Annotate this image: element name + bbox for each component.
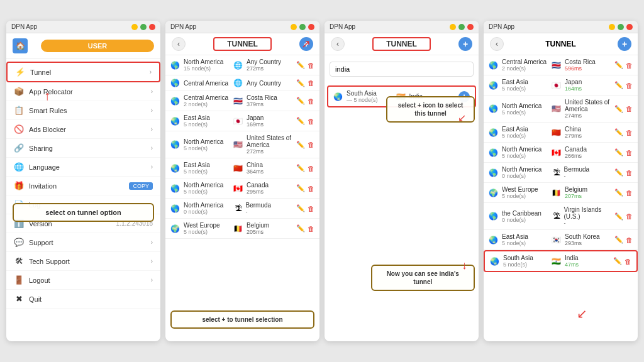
s4-row-ea-jp[interactable]: 🌏 East Asia5 node(s) 🇯🇵 Japan164ms ✏️🗑 [484,75,638,96]
menu-item-ads-blocker[interactable]: 🚫 Ads Blocker › [6,120,160,139]
tunnel-row-ca-any[interactable]: 🌎 Central America 🌐 Any Country ✏️🗑 [165,75,319,91]
back-button-3[interactable]: ‹ [331,37,345,51]
s4-edit-cn[interactable]: ✏️ [614,128,623,136]
speed-us: 272ms [247,148,294,155]
tunnel-row-na-bm[interactable]: 🌎 North America0 node(s) 🏝 Bermuda- ✏️🗑 [165,199,319,219]
home-icon[interactable]: 🏠 [13,38,28,53]
menu-item-app-relocator[interactable]: 📦 App Relocator › [6,82,160,101]
delete-icon-us[interactable]: 🗑 [308,141,314,148]
s4-del-cn[interactable]: 🗑 [626,129,633,136]
country-cn: China [247,162,294,168]
delete-icon-cn[interactable]: 🗑 [308,165,314,172]
tunnel-row-na-us[interactable]: 🌎 North America5 node(s) 🇺🇸 United State… [165,131,319,158]
s4-row-ea-kr[interactable]: 🌏 East Asia5 node(s) 🇰🇷 South Korea293ms… [484,230,638,250]
delete-icon-cr[interactable]: 🗑 [308,97,314,105]
app-relocator-arrow: › [151,88,153,95]
s4-edit-cr[interactable]: ✏️ [614,61,623,69]
maximize-btn-4[interactable] [618,24,624,30]
s4-row-cb-vi[interactable]: 🌎 the Caribbean0 node(s) 🏝 Virgin Island… [484,203,638,230]
edit-icon-cn[interactable]: ✏️ [296,164,305,172]
maximize-btn-2[interactable] [299,24,306,30]
s4-edit-in[interactable]: ✏️ [613,257,622,265]
flag-ea: 🌏 [170,117,180,126]
s4-edit-be[interactable]: ✏️ [614,189,623,197]
s4-row-ca-cr[interactable]: 🌎 Central America2 node(s) 🇨🇷 Costa Rica… [484,55,638,75]
s4-del-cr[interactable]: 🗑 [626,62,633,69]
region-na3: North America [184,182,231,189]
edit-icon-ca[interactable]: ✏️ [296,79,305,87]
s4-del-kr[interactable]: 🗑 [626,236,633,244]
delete-icon-be[interactable]: 🗑 [308,225,314,233]
menu-item-logout[interactable]: 🚪 Logout › [6,271,160,290]
menu-item-quit[interactable]: ✖ Quit [6,290,160,309]
delete-icon-ca[interactable]: 🗑 [308,79,314,87]
s4-row-sa-in[interactable]: 🌏 South Asia5 node(s) 🇮🇳 India47ms ✏️🗑 [484,250,638,272]
s4-del-be[interactable]: 🗑 [626,189,633,197]
close-btn-3[interactable] [467,24,474,30]
delete-icon-jp[interactable]: 🗑 [308,118,314,125]
user-button[interactable]: USER [41,40,154,52]
maximize-btn-3[interactable] [458,24,465,30]
menu-item-tunnel[interactable]: ⚡ Tunnel › [6,62,160,82]
s4-edit-jp[interactable]: ✏️ [614,81,623,89]
s4-edit-kr[interactable]: ✏️ [614,236,623,244]
edit-icon-cr[interactable]: ✏️ [296,97,305,105]
tunnel-row-ea-cn[interactable]: 🌏 East Asia5 node(s) 🇨🇳 China364ms ✏️🗑 [165,158,319,178]
app-title-2: DPN App [170,23,196,30]
s4-del-ca[interactable]: 🗑 [626,149,633,156]
s4-edit-vi[interactable]: ✏️ [614,212,623,221]
menu-item-support[interactable]: 💬 Support › [6,233,160,252]
country-be: Belgium [247,222,294,229]
close-btn-1[interactable] [149,24,155,30]
flag-na: 🌎 [170,61,180,70]
delete-icon-1[interactable]: 🗑 [308,62,314,69]
s4-row-na-ca[interactable]: 🌎 North America5 node(s) 🇨🇦 Canada266ms … [484,143,638,163]
edit-icon-us[interactable]: ✏️ [296,141,305,149]
tunnel-row-ca-cr[interactable]: 🌎 Central America2 node(s) 🇨🇷 Costa Rica… [165,91,319,111]
edit-icon-1[interactable]: ✏️ [296,61,305,69]
menu-item-tech-support[interactable]: 🛠 Tech Support › [6,252,160,271]
delete-icon-ca2[interactable]: 🗑 [308,185,314,192]
add-tunnel-button-3[interactable]: + [458,37,472,51]
search-input[interactable] [330,62,474,77]
tunnel-row-na-ca[interactable]: 🌎 North America5 node(s) 🇨🇦 Canada295ms … [165,178,319,199]
minimize-btn-3[interactable] [450,24,456,30]
maximize-btn-1[interactable] [140,24,147,30]
add-tunnel-button-4[interactable]: + [618,37,631,51]
s4-del-vi[interactable]: 🗑 [626,212,633,220]
edit-icon-be[interactable]: ✏️ [296,224,305,233]
edit-icon-ca2[interactable]: ✏️ [296,184,305,192]
tunnel-row-ea-jp[interactable]: 🌏 East Asia5 node(s) 🇯🇵 Japan169ms ✏️🗑 [165,111,319,131]
s4-del-us[interactable]: 🗑 [626,105,633,112]
country-bm: Bermuda [246,202,294,209]
s4-edit-bm[interactable]: ✏️ [614,168,623,177]
menu-item-invitation[interactable]: 🎁 Invitation COPY [6,177,160,195]
s4-edit-us[interactable]: ✏️ [614,105,623,113]
back-button-4[interactable]: ‹ [490,37,504,51]
back-button-2[interactable]: ‹ [172,37,186,51]
title-bar-4: DPN App [484,21,638,33]
s4-edit-ca[interactable]: ✏️ [614,148,623,156]
minimize-btn-4[interactable] [609,24,615,30]
s4-del-jp[interactable]: 🗑 [626,82,633,89]
s4-row-na-us[interactable]: 🌎 North America5 node(s) 🇺🇸 United State… [484,96,638,123]
menu-item-language[interactable]: 🌐 Language › [6,158,160,177]
s4-del-bm[interactable]: 🗑 [626,169,633,177]
close-btn-2[interactable] [308,24,314,30]
s4-row-na-bm[interactable]: 🌎 North America0 node(s) 🏝 Bermuda- ✏️🗑 [484,163,638,183]
s4-row-ea-cn[interactable]: 🌏 East Asia5 node(s) 🇨🇳 China279ms ✏️🗑 [484,123,638,143]
menu-item-sharing[interactable]: 🔗 Sharing › [6,139,160,158]
tunnel-row-we-be[interactable]: 🌍 West Europe5 node(s) 🇧🇪 Belgium205ms ✏… [165,219,319,239]
edit-icon-bm[interactable]: ✏️ [296,204,305,212]
minimize-btn-2[interactable] [291,24,297,30]
tunnel-row-na-any[interactable]: 🌎 North America15 node(s) 🌐 Any Country2… [165,55,319,75]
s4-del-in[interactable]: 🗑 [625,258,631,265]
menu-item-smart-rules[interactable]: 📋 Smart Rules › [6,101,160,120]
minimize-btn-1[interactable] [131,24,138,30]
copy-badge[interactable]: COPY [129,182,153,190]
edit-icon-jp[interactable]: ✏️ [296,117,305,125]
logout-icon: 🚪 [14,275,24,285]
close-btn-4[interactable] [626,24,633,30]
delete-icon-bm[interactable]: 🗑 [308,205,314,212]
s4-row-we-be[interactable]: 🌍 West Europe5 node(s) 🇧🇪 Belgium207ms ✏… [484,183,638,203]
